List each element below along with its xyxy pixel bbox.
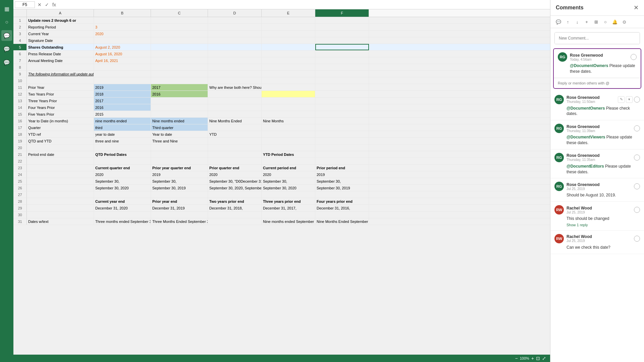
- grid-cell[interactable]: [27, 158, 94, 164]
- grid-cell[interactable]: Shares Outstanding: [27, 44, 94, 50]
- grid-cell[interactable]: [208, 37, 262, 44]
- table-row[interactable]: 23Current quarter endPrior year quarter …: [13, 165, 550, 171]
- grid-cell[interactable]: December 31, 2020: [94, 205, 151, 211]
- grid-cell[interactable]: [315, 158, 369, 164]
- grid-cell[interactable]: Nine months ended: [151, 118, 208, 124]
- grid-cell[interactable]: Two Years Prior: [27, 91, 94, 97]
- sidebar-icon-comment[interactable]: 💬: [1, 30, 12, 41]
- grid-cell[interactable]: [262, 191, 315, 198]
- grid-body[interactable]: 1Update rows 2 through 6 or2Reporting Pe…: [13, 17, 550, 355]
- grid-cell[interactable]: [27, 185, 94, 191]
- resolve-button[interactable]: [634, 236, 640, 242]
- grid-cell[interactable]: 2020: [208, 171, 262, 178]
- grid-cell[interactable]: [315, 51, 369, 57]
- table-row[interactable]: 17QuarterthirdThird quarter: [13, 124, 550, 131]
- grid-cell[interactable]: Reporting Period: [27, 24, 94, 30]
- resolve-button[interactable]: [631, 54, 637, 60]
- table-row[interactable]: 12Two Years Prior20182016: [13, 91, 550, 98]
- grid-cell[interactable]: Year to Date (in months): [27, 118, 94, 124]
- grid-cell[interactable]: Update rows 2 through 6 or: [27, 17, 94, 23]
- grid-cell[interactable]: [151, 37, 208, 44]
- grid-cell[interactable]: 2020: [262, 171, 315, 178]
- grid-cell[interactable]: [208, 138, 262, 144]
- grid-cell[interactable]: Four years prior end: [315, 198, 369, 204]
- resolve-button[interactable]: [634, 125, 640, 131]
- grid-cell[interactable]: YTD Period Dates: [262, 151, 315, 158]
- grid-cell[interactable]: [315, 151, 369, 158]
- close-comments-button[interactable]: ✕: [634, 4, 639, 11]
- resolve-button[interactable]: [634, 183, 640, 189]
- confirm-formula-icon[interactable]: ✓: [44, 1, 50, 8]
- table-row[interactable]: 9The following information will update a…: [13, 71, 550, 77]
- grid-cell[interactable]: [262, 64, 315, 70]
- grid-cell[interactable]: [208, 24, 262, 30]
- grid-cell[interactable]: [208, 77, 262, 84]
- grid-cell[interactable]: [262, 98, 315, 104]
- table-row[interactable]: 5Shares OutstandingAugust 2, 2020: [13, 44, 550, 51]
- grid-cell[interactable]: [262, 138, 315, 144]
- list-item[interactable]: RWRachel WoodJul 25, 2019This should be …: [550, 202, 644, 231]
- grid-cell[interactable]: [208, 158, 262, 164]
- grid-cell[interactable]: [94, 17, 151, 23]
- grid-cell[interactable]: [151, 77, 208, 84]
- grid-cell[interactable]: [208, 44, 262, 50]
- circle-icon[interactable]: ○: [601, 18, 609, 26]
- grid-cell[interactable]: 2015: [94, 111, 151, 117]
- grid-cell[interactable]: Press Release Date: [27, 51, 94, 57]
- grid-cell[interactable]: [208, 218, 262, 225]
- resolve-button[interactable]: [634, 97, 640, 103]
- formula-input[interactable]: [59, 2, 549, 8]
- grid-cell[interactable]: 2019: [315, 171, 369, 178]
- grid-cell[interactable]: The following information will update au…: [27, 71, 94, 77]
- grid-cell[interactable]: April 16, 2021: [94, 57, 151, 64]
- grid-cell[interactable]: [208, 71, 262, 77]
- grid-cell[interactable]: [94, 158, 151, 164]
- col-header-e[interactable]: E: [262, 9, 315, 17]
- grid-cell[interactable]: September 30,: [151, 178, 208, 184]
- table-row[interactable]: 19QTD and YTDthree and nineThree and Nin…: [13, 138, 550, 144]
- grid-cell[interactable]: [262, 158, 315, 164]
- grid-cell[interactable]: [315, 17, 369, 23]
- grid-cell[interactable]: [315, 37, 369, 44]
- sidebar-icon-comment2[interactable]: 💬: [1, 44, 12, 54]
- grid-cell[interactable]: third: [94, 124, 151, 131]
- table-row[interactable]: 3Current Year2020: [13, 31, 550, 37]
- table-row[interactable]: 22: [13, 158, 550, 165]
- grid-cell[interactable]: [262, 212, 315, 218]
- table-row[interactable]: 4Signature Date: [13, 37, 550, 44]
- grid-cell[interactable]: [208, 31, 262, 37]
- grid-cell[interactable]: [262, 77, 315, 84]
- grid-cell[interactable]: [27, 191, 94, 198]
- mention[interactable]: @DocumentViewers: [567, 135, 605, 139]
- grid-cell[interactable]: [151, 151, 208, 158]
- grid-cell[interactable]: [151, 64, 208, 70]
- grid-cell[interactable]: [315, 98, 369, 104]
- grid-cell[interactable]: [208, 64, 262, 70]
- grid-cell[interactable]: Prior period end: [315, 165, 369, 171]
- grid-cell[interactable]: QTD Period Dates: [94, 151, 151, 158]
- table-row[interactable]: 30: [13, 212, 550, 218]
- grid-cell[interactable]: 3: [94, 24, 151, 30]
- grid-cell[interactable]: Nine Months: [262, 118, 315, 124]
- table-row[interactable]: 11Prior Year20192017Why are these both h…: [13, 84, 550, 91]
- grid-cell[interactable]: [262, 124, 315, 131]
- grid-cell[interactable]: Prior year quarter end: [151, 165, 208, 171]
- grid-cell[interactable]: 2016: [151, 91, 208, 97]
- list-item[interactable]: RGRose GreenwoodThursday, 11:39am@Docume…: [550, 120, 644, 149]
- grid-cell[interactable]: [262, 91, 315, 97]
- grid-cell[interactable]: [151, 17, 208, 23]
- grid-cell[interactable]: [315, 77, 369, 84]
- grid-cell[interactable]: [315, 84, 369, 90]
- grid-cell[interactable]: [208, 104, 262, 111]
- grid-cell[interactable]: [151, 31, 208, 37]
- grid-cell[interactable]: [315, 111, 369, 117]
- grid-cell[interactable]: [151, 158, 208, 164]
- table-row[interactable]: 2420202019202020202019: [13, 171, 550, 178]
- grid-cell[interactable]: [262, 31, 315, 37]
- grid-cell[interactable]: three and nine: [94, 138, 151, 144]
- grid-cell[interactable]: Prior year end: [151, 198, 208, 204]
- grid-cell[interactable]: [315, 57, 369, 64]
- grid-cell[interactable]: nine months ended: [94, 118, 151, 124]
- mention[interactable]: @DocumentEditors: [567, 164, 604, 169]
- comment-bubble-icon[interactable]: 💬: [554, 18, 562, 26]
